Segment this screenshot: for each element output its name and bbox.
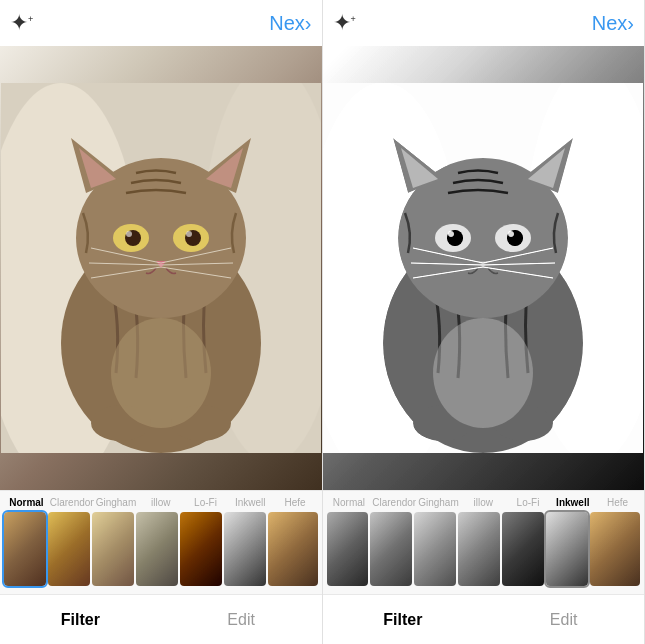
bottom-bar-right: Filter Edit [323,594,645,644]
filter-label-clarendon-left[interactable]: Clarendon [49,497,94,508]
filter-label-inkwell-left[interactable]: Inkwell [228,497,273,508]
left-panel: ✦+ Nex› [0,0,323,644]
svg-point-24 [111,318,211,428]
filter-thumb-gingham-left[interactable] [92,512,134,586]
filter-label-hefe-left[interactable]: Hefe [273,497,318,508]
cat-photo-color [0,46,322,490]
filter-label-hefe-right[interactable]: Hefe [595,497,640,508]
filter-labels-left: Normal Clarendon Gingham illow Lo-Fi Ink… [0,497,322,508]
filter-label-normal-right[interactable]: Normal [327,497,372,508]
filter-tab-right[interactable]: Filter [323,611,484,629]
bottom-bar-left: Filter Edit [0,594,322,644]
filter-thumb-hefe-right[interactable] [590,512,640,586]
main-image-left [0,46,322,490]
edit-tab-right[interactable]: Edit [483,611,644,629]
filter-thumb-clarendon-right[interactable] [370,512,412,586]
filter-strip-left: Normal Clarendon Gingham illow Lo-Fi Ink… [0,490,322,594]
filter-thumb-willow-left[interactable] [136,512,178,586]
filter-thumbnails-left [0,508,322,590]
filter-thumb-normal-left[interactable] [4,512,46,586]
filter-thumb-clarendon-left[interactable] [48,512,90,586]
filter-label-gingham-right[interactable]: Gingham [416,497,461,508]
next-button-right[interactable]: Nex› [592,12,634,35]
filter-label-willow-left[interactable]: illow [138,497,183,508]
wand-icon-left[interactable]: ✦+ [10,10,33,36]
filter-thumb-lofi-right[interactable] [502,512,544,586]
svg-point-13 [126,231,132,237]
wand-icon-right[interactable]: ✦+ [333,10,356,36]
right-panel: ✦+ Nex› [323,0,646,644]
filter-label-normal-left[interactable]: Normal [4,497,49,508]
svg-point-14 [186,231,192,237]
filter-labels-right: Normal Clarendon Gingham illow Lo-Fi Ink… [323,497,645,508]
svg-point-49 [433,318,533,428]
filter-label-inkwell-right[interactable]: Inkwell [550,497,595,508]
main-image-right [323,46,645,490]
svg-point-39 [508,231,514,237]
filter-thumb-hefe-left[interactable] [268,512,318,586]
filter-strip-right: Normal Clarendon Gingham illow Lo-Fi Ink… [323,490,645,594]
filter-label-gingham-left[interactable]: Gingham [94,497,139,508]
filter-label-lofi-left[interactable]: Lo-Fi [183,497,228,508]
filter-thumb-inkwell-left[interactable] [224,512,266,586]
filter-label-lofi-right[interactable]: Lo-Fi [506,497,551,508]
filter-thumb-inkwell-right[interactable] [546,512,588,586]
filter-thumb-gingham-right[interactable] [414,512,456,586]
filter-thumb-normal-right[interactable] [327,512,369,586]
cat-photo-bw [323,46,645,490]
top-bar-right: ✦+ Nex› [323,0,645,46]
filter-label-clarendon-right[interactable]: Clarendon [371,497,416,508]
filter-thumb-lofi-left[interactable] [180,512,222,586]
filter-thumb-willow-right[interactable] [458,512,500,586]
filter-thumbnails-right [323,508,645,590]
next-button-left[interactable]: Nex› [269,12,311,35]
filter-tab-left[interactable]: Filter [0,611,161,629]
edit-tab-left[interactable]: Edit [161,611,322,629]
top-bar-left: ✦+ Nex› [0,0,322,46]
filter-label-willow-right[interactable]: illow [461,497,506,508]
svg-point-38 [448,231,454,237]
